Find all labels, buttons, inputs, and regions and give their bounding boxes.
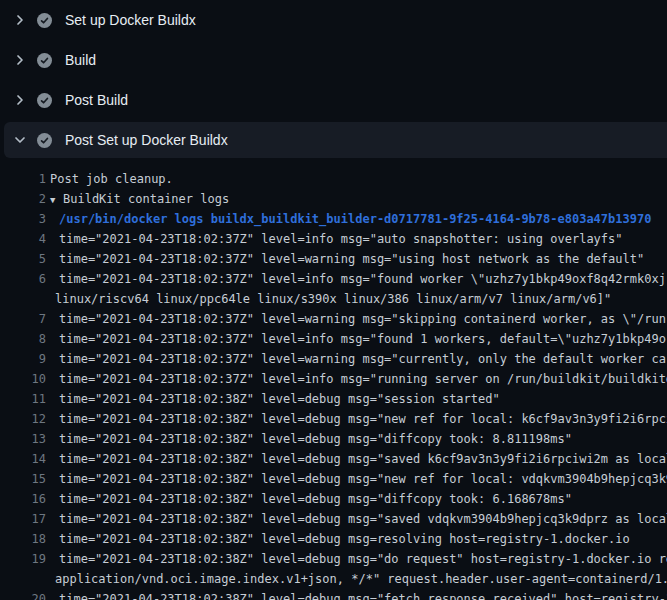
log-text: time="2021-04-23T18:02:38Z" level=debug …: [46, 489, 667, 509]
log-text: time="2021-04-23T18:02:38Z" level=debug …: [46, 409, 667, 429]
check-circle-icon: [37, 53, 52, 68]
log-text: time="2021-04-23T18:02:37Z" level=warnin…: [46, 349, 667, 369]
log-text[interactable]: ▼BuildKit container logs: [46, 189, 667, 209]
log-row: 16time="2021-04-23T18:02:38Z" level=debu…: [0, 489, 667, 509]
log-row: 3/usr/bin/docker logs buildx_buildkit_bu…: [0, 209, 667, 229]
log-text: Post job cleanup.: [46, 169, 667, 189]
log-row: 6time="2021-04-23T18:02:37Z" level=info …: [0, 269, 667, 289]
line-number-link[interactable]: 17: [0, 509, 46, 529]
line-number-link[interactable]: 16: [0, 489, 46, 509]
step-header-post-set-up-docker-buildx[interactable]: Post Set up Docker Buildx: [4, 122, 667, 158]
log-row: 18time="2021-04-23T18:02:38Z" level=debu…: [0, 529, 667, 549]
log-text: time="2021-04-23T18:02:37Z" level=warnin…: [46, 249, 667, 269]
line-number-link[interactable]: 8: [0, 329, 46, 349]
line-number-link[interactable]: 5: [0, 249, 46, 269]
log-row: 1Post job cleanup.: [0, 169, 667, 189]
actions-log-viewer: Set up Docker BuildxBuildPost BuildPost …: [0, 0, 667, 600]
line-number-link[interactable]: 19: [0, 549, 46, 569]
log-row: 4time="2021-04-23T18:02:37Z" level=info …: [0, 229, 667, 249]
log-row: 10time="2021-04-23T18:02:37Z" level=info…: [0, 369, 667, 389]
log-row: 15time="2021-04-23T18:02:38Z" level=debu…: [0, 469, 667, 489]
line-number-link[interactable]: 9: [0, 349, 46, 369]
chevron-right-icon: [12, 12, 28, 28]
log-text: time="2021-04-23T18:02:37Z" level=info m…: [46, 369, 667, 389]
log-row: 12time="2021-04-23T18:02:38Z" level=debu…: [0, 409, 667, 429]
step-title: Build: [65, 52, 96, 68]
log-row: 7time="2021-04-23T18:02:37Z" level=warni…: [0, 309, 667, 329]
log-row: 8time="2021-04-23T18:02:37Z" level=info …: [0, 329, 667, 349]
log-command-text: /usr/bin/docker logs buildx_buildkit_bui…: [46, 209, 667, 229]
line-number-link[interactable]: 14: [0, 449, 46, 469]
step-title: Set up Docker Buildx: [65, 12, 196, 28]
line-number-link[interactable]: 6: [0, 269, 46, 289]
line-number-link[interactable]: 7: [0, 309, 46, 329]
log-row: 19time="2021-04-23T18:02:38Z" level=debu…: [0, 549, 667, 569]
log-row: 14time="2021-04-23T18:02:38Z" level=debu…: [0, 449, 667, 469]
log-text: time="2021-04-23T18:02:38Z" level=debug …: [46, 509, 667, 529]
log-row-continuation: linux/riscv64 linux/ppc64le linux/s390x …: [0, 289, 667, 309]
log-row: 2▼BuildKit container logs: [0, 189, 667, 209]
chevron-right-icon: [12, 52, 28, 68]
line-number-link[interactable]: 20: [0, 589, 46, 600]
check-circle-icon: [37, 93, 52, 108]
line-number-link[interactable]: 2: [0, 189, 46, 209]
log-row: 5time="2021-04-23T18:02:37Z" level=warni…: [0, 249, 667, 269]
step-title: Post Build: [65, 92, 128, 108]
log-text: time="2021-04-23T18:02:38Z" level=debug …: [46, 429, 667, 449]
log-text: time="2021-04-23T18:02:38Z" level=debug …: [46, 589, 667, 600]
line-number-link[interactable]: 18: [0, 529, 46, 549]
group-expanded-triangle-icon: ▼: [50, 190, 63, 209]
log-text: time="2021-04-23T18:02:38Z" level=debug …: [46, 529, 667, 549]
line-number-link: [0, 289, 46, 309]
log-text: linux/riscv64 linux/ppc64le linux/s390x …: [46, 289, 667, 309]
chevron-right-icon: [12, 92, 28, 108]
log-text: time="2021-04-23T18:02:37Z" level=info m…: [46, 229, 667, 249]
log-row: 17time="2021-04-23T18:02:38Z" level=debu…: [0, 509, 667, 529]
line-number-link[interactable]: 13: [0, 429, 46, 449]
step-list: Set up Docker BuildxBuildPost BuildPost …: [0, 0, 667, 158]
log-row: 11time="2021-04-23T18:02:38Z" level=debu…: [0, 389, 667, 409]
line-number-link[interactable]: 15: [0, 469, 46, 489]
line-number-link: [0, 569, 46, 589]
group-label: BuildKit container logs: [63, 192, 229, 206]
log-row: 9time="2021-04-23T18:02:37Z" level=warni…: [0, 349, 667, 369]
log-text: time="2021-04-23T18:02:37Z" level=warnin…: [46, 309, 667, 329]
log-text: application/vnd.oci.image.index.v1+json,…: [46, 569, 667, 589]
check-circle-icon: [37, 13, 52, 28]
step-title: Post Set up Docker Buildx: [65, 132, 228, 148]
log-text: time="2021-04-23T18:02:37Z" level=info m…: [46, 329, 667, 349]
log-row: 13time="2021-04-23T18:02:38Z" level=debu…: [0, 429, 667, 449]
check-circle-icon: [37, 133, 52, 148]
line-number-link[interactable]: 3: [0, 209, 46, 229]
step-header-set-up-docker-buildx[interactable]: Set up Docker Buildx: [0, 0, 667, 40]
line-number-link[interactable]: 1: [0, 169, 46, 189]
log-text: time="2021-04-23T18:02:38Z" level=debug …: [46, 469, 667, 489]
log-text: time="2021-04-23T18:02:38Z" level=debug …: [46, 389, 667, 409]
log-row: 20time="2021-04-23T18:02:38Z" level=debu…: [0, 589, 667, 600]
step-header-build[interactable]: Build: [0, 40, 667, 80]
log-text: time="2021-04-23T18:02:38Z" level=debug …: [46, 449, 667, 469]
chevron-down-icon: [12, 132, 28, 148]
step-header-post-build[interactable]: Post Build: [0, 80, 667, 120]
log-text: time="2021-04-23T18:02:38Z" level=debug …: [46, 549, 667, 569]
line-number-link[interactable]: 12: [0, 409, 46, 429]
line-number-link[interactable]: 4: [0, 229, 46, 249]
log-row-continuation: application/vnd.oci.image.index.v1+json,…: [0, 569, 667, 589]
log-text: time="2021-04-23T18:02:37Z" level=info m…: [46, 269, 667, 289]
log-area: 1Post job cleanup.2▼BuildKit container l…: [0, 158, 667, 600]
line-number-link[interactable]: 11: [0, 389, 46, 409]
line-number-link[interactable]: 10: [0, 369, 46, 389]
